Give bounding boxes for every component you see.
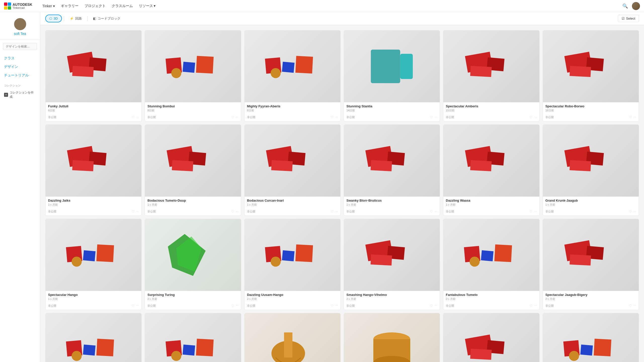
logo[interactable]: AUTODESK Tinkercad [4,3,32,10]
heart-icon[interactable]: ♡ [132,210,135,213]
create-collection-label: コレクションを作成 [10,90,36,99]
more-icon[interactable]: ⋯ [534,210,537,213]
svg-point-10 [271,68,281,78]
design-card[interactable]: Copy of Switch 2ヶ月前 非公開 ♡ ⋯ [145,313,241,362]
heart-icon[interactable]: ♡ [530,304,533,308]
more-icon[interactable]: ⋯ [335,210,338,213]
heart-icon[interactable]: ♡ [331,210,334,213]
more-icon[interactable]: ⋯ [335,304,338,307]
heart-icon[interactable]: ♡ [231,210,234,213]
design-card[interactable]: Grand Krunk-Jaagub 1ヶ月前 非公開 ♡ ⋯ [543,124,639,216]
search-input[interactable] [3,43,37,50]
svg-rect-59 [96,339,114,356]
more-icon[interactable]: ⋯ [633,210,636,213]
more-icon[interactable]: ⋯ [136,304,139,307]
design-card[interactable]: Smashing Hango-Vihelmo 2ヶ月前 非公開 ♡ ⋯ [344,219,440,310]
nav-item-クラスルーム[interactable]: クラスルーム [112,4,133,8]
tab-codeblock[interactable]: ◧ コードブロック [90,15,124,22]
card-date: 1ヶ月前 [247,203,338,207]
design-card[interactable]: Amazing Amur-Snicket 3ヶ月前 非公開 ♡ ⋯ [543,313,639,362]
heart-icon[interactable]: ♡ [430,304,433,308]
card-thumbnail [245,30,340,102]
design-card[interactable]: Fantabulous Tumelo 2ヶ月前 非公開 ♡ ⋯ [443,219,539,310]
design-card[interactable]: Funky Juttuli 6日前 非公開 ♡ ⋯ [45,30,142,121]
design-card[interactable]: Bodacious Curcan-Inari 1ヶ月前 非公開 ♡ ⋯ [244,124,341,216]
card-title: Mighty Fyyran-Aberis [247,104,338,108]
design-card[interactable]: Neat Kieran 3ヶ月前 非公開 ♡ ⋯ [443,313,539,362]
more-icon[interactable]: ⋯ [335,116,338,119]
svg-point-60 [72,351,82,361]
heart-icon[interactable]: ♡ [132,304,135,308]
card-status: 非公開 [446,210,454,213]
design-card[interactable]: Spectacular Robo-Borwo 16日前 非公開 ♡ ⋯ [543,30,639,121]
sidebar-link-クラス[interactable]: クラス [0,54,40,63]
more-icon[interactable]: ⋯ [534,116,537,119]
heart-icon[interactable]: ♡ [530,115,533,119]
design-card[interactable]: Frantic Elzing-Jofo 3ヶ月前 非公開 ♡ ⋯ [344,313,440,362]
more-icon[interactable]: ⋯ [534,304,537,307]
heart-icon[interactable]: ♡ [430,210,433,213]
heart-icon[interactable]: ♡ [132,115,135,119]
design-card[interactable]: Dazzling Jaiks 1ヶ月前 非公開 ♡ ⋯ [45,124,142,216]
more-icon[interactable]: ⋯ [236,210,238,213]
more-icon[interactable]: ⋯ [236,304,238,307]
more-icon[interactable]: ⋯ [434,116,437,119]
design-card[interactable]: Swanky Blorr-Bruticus 1ヶ月前 非公開 ♡ ⋯ [344,124,440,216]
design-card[interactable]: Dazzling Uusam-Hango 2ヶ月前 非公開 ♡ ⋯ [244,219,341,310]
design-card[interactable]: Mighty Fyyran-Aberis 8日前 非公開 ♡ ⋯ [244,30,341,121]
design-card[interactable]: Surprising Turing 2ヶ月前 非公開 ♡ ⋯ [145,219,241,310]
heart-icon[interactable]: ♡ [629,210,632,213]
card-status: 非公開 [48,115,56,119]
svg-rect-56 [570,254,591,265]
card-date: 14日前 [346,109,437,112]
create-collection-button[interactable]: + コレクションを作成 [0,88,40,101]
nav-item-ギャラリー[interactable]: ギャラリー [61,4,78,8]
card-actions: ♡ ⋯ [331,304,338,308]
design-card[interactable]: Spectacular Jaagub-Bigery 2ヶ月前 非公開 ♡ ⋯ [543,219,639,310]
more-icon[interactable]: ⋯ [633,116,636,119]
tab-3d[interactable]: ⬡ 3D [45,15,62,22]
sidebar-link-デザイン[interactable]: デザイン [0,63,40,71]
design-card[interactable]: Stunning Bombui 8日前 非公開 ♡ ⋯ [145,30,241,121]
svg-rect-8 [282,62,295,73]
heart-icon[interactable]: ♡ [629,115,632,119]
svg-rect-66 [284,332,292,357]
more-icon[interactable]: ⋯ [633,304,636,307]
heart-icon[interactable]: ♡ [530,210,533,213]
logo-sq-green [8,6,11,10]
card-thumbnail [46,219,141,291]
design-card[interactable]: Daring Wolt 2ヶ月前 非公開 ♡ ⋯ [244,313,341,362]
card-date: 2ヶ月前 [446,297,537,301]
card-title: Dazzling Uusam-Hango [247,293,338,297]
svg-rect-2 [72,66,94,77]
card-thumbnail [46,30,141,102]
nav-item-プロジェクト[interactable]: プロジェクト [85,4,106,8]
heart-icon[interactable]: ♡ [629,304,632,308]
heart-icon[interactable]: ♡ [430,115,433,119]
design-card[interactable]: Frantic Sango-Habbi 2ヶ月前 非公開 ♡ ⋯ [45,313,142,362]
more-icon[interactable]: ⋯ [136,116,139,119]
card-info: Funky Juttuli 6日前 [46,102,141,114]
design-card[interactable]: Spectacular Hango 1ヶ月前 非公開 ♡ ⋯ [45,219,142,310]
avatar[interactable] [632,2,640,10]
heart-icon[interactable]: ♡ [331,304,334,308]
design-card[interactable]: Spectacular Amberis 15日前 非公開 ♡ ⋯ [443,30,539,121]
design-card[interactable]: Stunning Stantia 14日前 非公開 ♡ ⋯ [344,30,440,121]
nav-item-リソース[interactable]: リソース ▾ [139,4,156,8]
select-button[interactable]: ☑ Select [618,15,639,22]
more-icon[interactable]: ⋯ [434,210,437,213]
more-icon[interactable]: ⋯ [434,304,437,307]
sidebar-link-チュートリアル[interactable]: チュートリアル [0,71,40,80]
heart-icon[interactable]: ♡ [231,304,234,308]
more-icon[interactable]: ⋯ [136,210,139,213]
card-actions: ♡ ⋯ [530,210,537,213]
more-icon[interactable]: ⋯ [236,116,238,119]
design-card[interactable]: Bodacious Tumelo-Duup 1ヶ月前 非公開 ♡ ⋯ [145,124,241,216]
search-button[interactable]: 🔍 [622,3,628,9]
card-date: 8日前 [147,109,238,112]
heart-icon[interactable]: ♡ [331,115,334,119]
nav-item-Tinker[interactable]: Tinker ▾ [42,4,55,8]
heart-icon[interactable]: ♡ [231,115,234,119]
design-card[interactable]: Dazzling Waasa 1ヶ月前 非公開 ♡ ⋯ [443,124,539,216]
tab-circuit[interactable]: ⚡ 回路 [66,15,85,22]
